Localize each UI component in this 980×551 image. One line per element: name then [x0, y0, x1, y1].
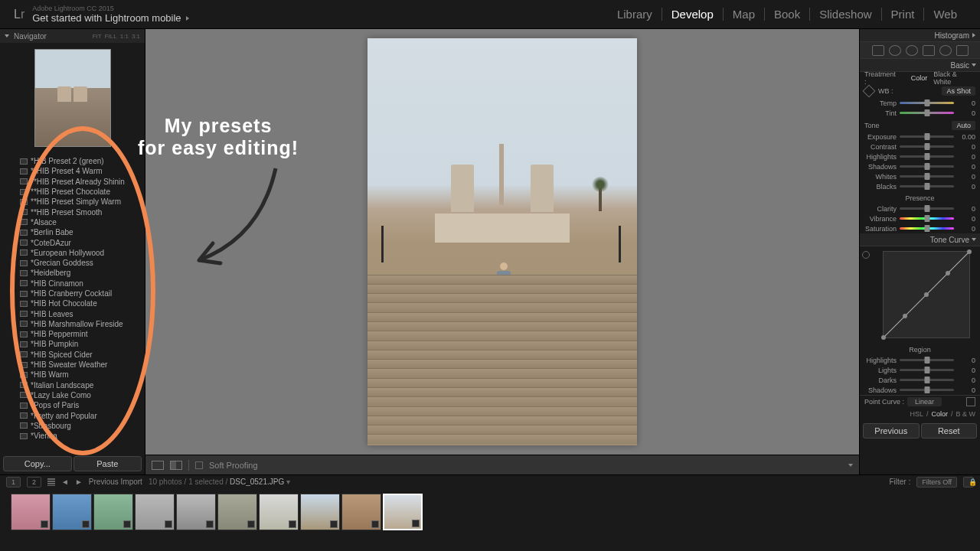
second-window-button[interactable]: 2: [27, 477, 41, 487]
preset-item[interactable]: *Pops of Paris: [0, 400, 145, 410]
grid-icon[interactable]: [47, 478, 55, 486]
target-adjust-icon[interactable]: [862, 251, 870, 259]
module-map[interactable]: Map: [724, 8, 765, 21]
redeye-tool-icon[interactable]: [906, 45, 918, 56]
filmstrip-thumb[interactable]: [217, 494, 257, 530]
auto-tone-button[interactable]: Auto: [952, 121, 975, 130]
clarity-slider[interactable]: Clarity0: [860, 204, 980, 214]
preset-item[interactable]: *HIB Peppermint: [0, 329, 145, 339]
highlights-slider[interactable]: Highlights0: [860, 152, 980, 161]
preset-item[interactable]: *HIB Marshmallow Fireside: [0, 319, 145, 329]
preset-item[interactable]: *Heidelberg: [0, 268, 145, 278]
vibrance-slider[interactable]: Vibrance0: [860, 214, 980, 223]
region-lights-slider[interactable]: Lights0: [860, 365, 980, 375]
preset-item[interactable]: *Strasbourg: [0, 421, 145, 431]
shadows-slider[interactable]: Shadows0: [860, 161, 980, 171]
module-develop[interactable]: Develop: [662, 8, 724, 21]
preset-item[interactable]: *CoteDAzur: [0, 237, 145, 247]
spot-tool-icon[interactable]: [889, 45, 901, 56]
soft-proof-checkbox[interactable]: [195, 461, 203, 469]
preset-item[interactable]: **HIB Preset Simply Warm: [0, 197, 145, 207]
brush-tool-icon[interactable]: [956, 45, 969, 56]
whites-slider[interactable]: Whites0: [860, 171, 980, 181]
filmstrip-thumb-selected[interactable]: [383, 494, 423, 530]
preset-item[interactable]: *HIB Spiced Cider: [0, 350, 145, 360]
module-book[interactable]: Book: [765, 8, 810, 21]
preset-item[interactable]: *HIB Leaves: [0, 308, 145, 318]
preset-item[interactable]: *Berlin Babe: [0, 227, 145, 237]
gradient-tool-icon[interactable]: [923, 45, 935, 56]
filmstrip-thumb[interactable]: [259, 494, 299, 530]
tone-curve-graph[interactable]: [883, 251, 970, 338]
preset-item[interactable]: *HIB Warm: [0, 370, 145, 380]
filmstrip-thumb[interactable]: [52, 494, 92, 530]
tint-slider[interactable]: Tint0: [860, 108, 980, 118]
previous-button[interactable]: Previous: [863, 423, 920, 439]
identity-plate[interactable]: Get started with Lightroom mobile: [32, 12, 608, 24]
treatment-bw[interactable]: Black & White: [933, 70, 975, 86]
filmstrip-thumb[interactable]: [11, 494, 51, 530]
preset-item[interactable]: *HIB Preset 2 (green): [0, 156, 145, 166]
histogram-header[interactable]: Histogram: [860, 29, 980, 42]
eyedropper-icon[interactable]: [863, 85, 876, 98]
reset-button[interactable]: Reset: [921, 423, 978, 439]
preset-item[interactable]: **HIB Preset Chocolate: [0, 187, 145, 197]
preset-item[interactable]: *Lazy Lake Como: [0, 390, 145, 400]
zoom-3-1[interactable]: 3:1: [132, 33, 140, 40]
main-photo[interactable]: [368, 38, 637, 445]
wb-dropdown[interactable]: As Shot: [942, 86, 975, 96]
tone-curve-header[interactable]: Tone Curve: [860, 233, 980, 246]
preset-item[interactable]: *HIB Cranberry Cocktail: [0, 289, 145, 298]
preset-item[interactable]: *Grecian Goddess: [0, 258, 145, 268]
filmstrip-thumb[interactable]: [135, 494, 175, 530]
module-web[interactable]: Web: [924, 8, 966, 21]
radial-tool-icon[interactable]: [939, 45, 952, 56]
before-after-icon[interactable]: [170, 461, 182, 470]
blacks-slider[interactable]: Blacks0: [860, 181, 980, 191]
source-label[interactable]: Previous Import: [89, 478, 142, 486]
preset-item[interactable]: *Pretty and Popular: [0, 410, 145, 420]
main-window-button[interactable]: 1: [6, 477, 21, 487]
paste-button[interactable]: Paste: [74, 456, 142, 471]
filmstrip-thumb[interactable]: [93, 494, 133, 530]
preset-item[interactable]: *HIB Pumpkin: [0, 339, 145, 349]
region-highlights-slider[interactable]: Highlights0: [860, 355, 980, 365]
loupe-view-icon[interactable]: [152, 461, 164, 470]
filmstrip-thumb[interactable]: [176, 494, 216, 530]
module-print[interactable]: Print: [882, 8, 925, 21]
region-darks-slider[interactable]: Darks0: [860, 375, 980, 385]
preset-item[interactable]: *Vienna: [0, 431, 145, 441]
preset-item[interactable]: *Italian Landscape: [0, 380, 145, 390]
preset-item[interactable]: **HIB Preset 4 Warm: [0, 166, 145, 176]
curve-edit-icon[interactable]: [966, 397, 975, 406]
preset-item[interactable]: *Alsace: [0, 217, 145, 227]
navigator-thumbnail[interactable]: [0, 43, 145, 153]
temp-slider[interactable]: Temp0: [860, 98, 980, 108]
forward-icon[interactable]: ►: [75, 478, 83, 486]
exposure-slider[interactable]: Exposure0.00: [860, 132, 980, 142]
back-icon[interactable]: ◄: [61, 478, 69, 486]
treatment-color[interactable]: Color: [911, 74, 928, 82]
module-library[interactable]: Library: [608, 8, 662, 21]
contrast-slider[interactable]: Contrast0: [860, 142, 980, 152]
preset-item[interactable]: *HIB Hot Chocolate: [0, 298, 145, 308]
filmstrip-thumb[interactable]: [341, 494, 381, 530]
crop-tool-icon[interactable]: [872, 45, 884, 56]
preset-item[interactable]: *HIB Cinnamon: [0, 279, 145, 289]
copy-button[interactable]: Copy...: [3, 456, 72, 471]
filmstrip-thumb[interactable]: [300, 494, 340, 530]
navigator-header[interactable]: Navigator FIT FILL 1:1 3:1: [0, 29, 145, 43]
zoom-1-1[interactable]: 1:1: [120, 33, 129, 40]
point-curve-dropdown[interactable]: Linear: [907, 397, 942, 406]
filters-dropdown[interactable]: Filters Off: [916, 477, 957, 487]
region-shadows-slider[interactable]: Shadows0: [860, 385, 980, 395]
toolbar-menu-icon[interactable]: [848, 464, 853, 467]
saturation-slider[interactable]: Saturation0: [860, 223, 980, 233]
hsl-header[interactable]: HSL/Color/B & W: [860, 408, 980, 420]
preset-item[interactable]: *HIB Sweater Weather: [0, 360, 145, 370]
filter-lock-icon[interactable]: 🔒: [963, 477, 974, 487]
preset-item[interactable]: **HIB Preset Already Shinin: [0, 177, 145, 187]
zoom-fill[interactable]: FILL: [105, 33, 117, 40]
zoom-fit[interactable]: FIT: [93, 33, 102, 40]
preset-item[interactable]: **HIB Preset Smooth: [0, 207, 145, 217]
